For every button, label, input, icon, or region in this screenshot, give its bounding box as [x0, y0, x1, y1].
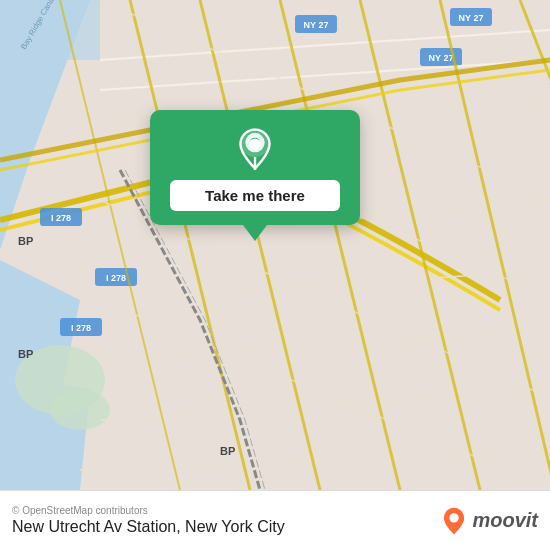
- station-info: © OpenStreetMap contributors New Utrecht…: [12, 505, 440, 536]
- svg-text:BP: BP: [220, 445, 235, 457]
- svg-text:NY 27: NY 27: [459, 13, 484, 23]
- station-name: New Utrecht Av Station, New York City: [12, 518, 440, 536]
- svg-text:NY 27: NY 27: [304, 20, 329, 30]
- svg-text:BP: BP: [18, 235, 33, 247]
- moovit-pin-icon: [440, 507, 468, 535]
- svg-text:NY 27: NY 27: [429, 53, 454, 63]
- moovit-text: moovit: [472, 509, 538, 532]
- osm-credit: © OpenStreetMap contributors: [12, 505, 440, 516]
- svg-point-6: [50, 390, 110, 430]
- map-svg: I 278 I 278 I 278 I 278 NY 27 NY 27 NY 2…: [0, 0, 550, 490]
- svg-point-48: [450, 513, 459, 522]
- svg-text:I 278: I 278: [106, 273, 126, 283]
- location-pin-icon: [234, 128, 276, 170]
- map-container: I 278 I 278 I 278 I 278 NY 27 NY 27 NY 2…: [0, 0, 550, 490]
- svg-text:I 278: I 278: [71, 323, 91, 333]
- svg-text:I 278: I 278: [51, 213, 71, 223]
- take-me-there-button[interactable]: Take me there: [170, 180, 340, 211]
- moovit-logo: moovit: [440, 507, 538, 535]
- svg-point-47: [249, 139, 260, 150]
- bottom-bar: © OpenStreetMap contributors New Utrecht…: [0, 490, 550, 550]
- svg-text:BP: BP: [18, 348, 33, 360]
- popup-card: Take me there: [150, 110, 360, 225]
